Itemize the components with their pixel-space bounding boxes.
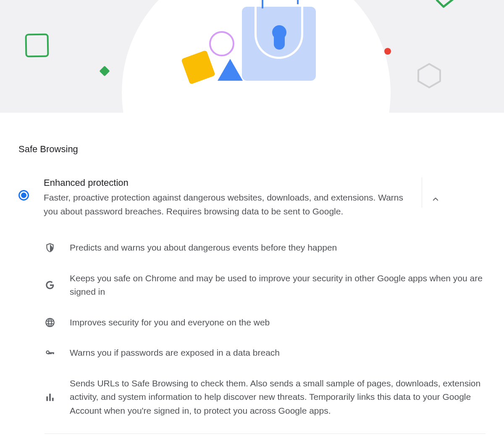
chevron-up-icon [432,196,439,203]
svg-marker-0 [418,64,440,87]
feature-item: Sends URLs to Safe Browsing to check the… [45,368,486,426]
key-icon [45,348,55,359]
analytics-icon [45,392,55,403]
svg-rect-3 [52,398,54,401]
shield-icon [45,242,55,253]
feature-item: Warns you if passwords are exposed in a … [45,338,486,368]
hero-illustration [0,0,504,113]
radio-enhanced-protection[interactable] [18,190,29,201]
collapse-toggle[interactable] [422,177,449,208]
option-description: Faster, proactive protection against dan… [44,191,413,218]
svg-rect-1 [46,396,48,401]
section-title: Safe Browsing [18,113,486,172]
feature-item: Keeps you safe on Chrome and may be used… [45,263,486,307]
feature-item: Improves security for you and everyone o… [45,307,486,338]
globe-icon [45,317,55,328]
divider [45,433,486,434]
google-g-icon [45,280,55,291]
option-enhanced-protection[interactable]: Enhanced protection Faster, proactive pr… [18,172,486,434]
feature-item: Predicts and warns you about dangerous e… [45,233,486,263]
option-title: Enhanced protection [44,177,413,188]
svg-rect-2 [49,394,51,401]
